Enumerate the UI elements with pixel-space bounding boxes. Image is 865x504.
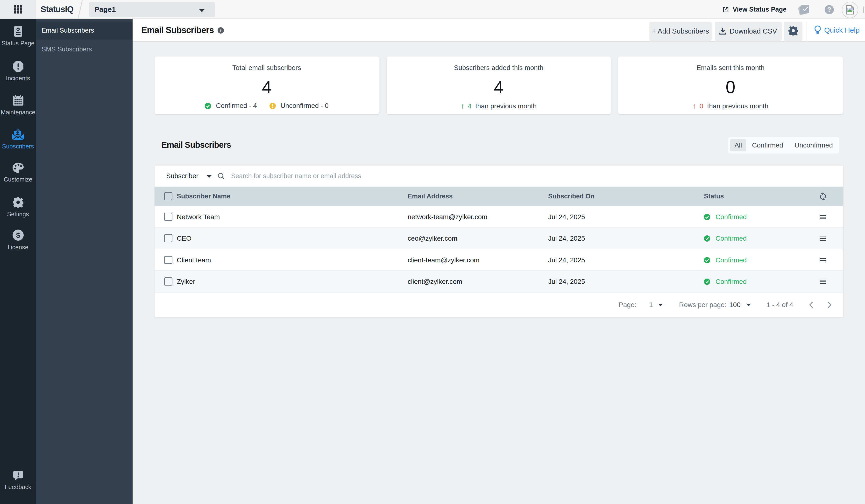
svg-text:?: ? bbox=[827, 6, 831, 13]
svg-text:$: $ bbox=[16, 231, 20, 239]
